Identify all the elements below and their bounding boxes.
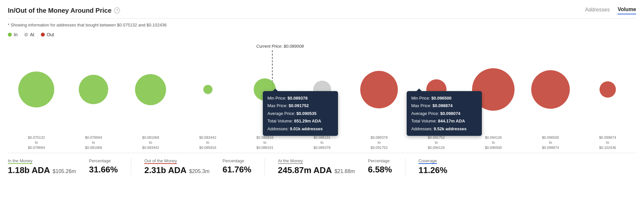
x-axis: $0.075132to$0.078694$0.078694to$0.081068… <box>8 135 636 150</box>
legend-label-in: In <box>14 32 18 37</box>
x-label-0: $0.075132to$0.078694 <box>8 135 65 150</box>
summary-cov: Coverage 11.26% <box>418 158 460 175</box>
tooltip-1: Min Price: $0.089378 Max Price: $0.09175… <box>263 91 338 136</box>
tt2-addr-label: Addresses: <box>411 126 432 131</box>
tt2-addr-value: 9.52k addresses <box>434 126 466 131</box>
summary-in-value: 1.18b ADA $105.26m <box>8 165 76 175</box>
bubble-cell-1 <box>65 57 122 122</box>
summary-at-pct: Percentage 6.58% <box>368 158 405 175</box>
tab-addresses[interactable]: Addresses <box>585 7 610 14</box>
summary-at: At the Money 245.87m ADA $21.88m <box>278 158 368 175</box>
x-label-9: $0.096500to$0.098874 <box>522 135 579 150</box>
tooltip-2: Min Price: $0.096500 Max Price: $0.09887… <box>407 91 482 136</box>
summary-out-pct: Percentage 61.76% <box>223 158 264 175</box>
bubble-2[interactable] <box>135 74 166 105</box>
help-icon[interactable]: ? <box>114 8 120 13</box>
legend-out: Out <box>41 32 54 37</box>
bubble-cell-2 <box>122 57 179 122</box>
summary-out-pct-value: 61.76% <box>223 165 251 175</box>
summary-row: In the Money 1.18b ADA $105.26m Percenta… <box>8 153 636 175</box>
chart-area: Current Price: $0.089008 Min Price: $0.0… <box>8 40 636 132</box>
bubble-cell-6 <box>350 57 408 122</box>
summary-out-value: 2.31b ADA $205.3m <box>144 165 209 175</box>
subtitle: * Showing information for addresses that… <box>8 23 636 27</box>
x-label-8: $0.094126to$0.096500 <box>465 135 522 150</box>
tt1-min-value: $0.089378 <box>287 96 307 101</box>
summary-cov-value: 11.26% <box>418 165 447 175</box>
tt1-addr-value: 9.01k addresses <box>290 126 323 131</box>
tt1-max-label: Max Price: <box>267 103 287 108</box>
summary-at-pct-label: Percentage <box>368 158 392 163</box>
bubble-6[interactable] <box>360 71 398 108</box>
summary-out-label: Out of the Money <box>144 158 209 164</box>
x-label-7: $0.091752to$0.094126 <box>408 135 465 150</box>
tt2-max-label: Max Price: <box>411 103 431 108</box>
bubble-3[interactable] <box>203 85 212 94</box>
tab-volume[interactable]: Volume <box>618 7 636 14</box>
bubble-cell-0 <box>8 57 65 122</box>
summary-at-value: 245.87m ADA $21.88m <box>278 165 355 175</box>
tt2-vol-label: Total Volume: <box>411 119 437 123</box>
x-label-4: $0.085816to$0.088191 <box>236 135 294 150</box>
bubble-cell-3 <box>179 57 236 122</box>
summary-at-label: At the Money <box>278 158 355 164</box>
tt2-avg-label: Average Price: <box>411 111 439 116</box>
x-label-10: $0.098874to$0.102436 <box>579 135 636 150</box>
summary-out-pct-label: Percentage <box>223 158 251 163</box>
legend-dot-at <box>24 33 28 37</box>
summary-cov-label: Coverage <box>418 158 447 164</box>
header-tabs: Addresses Volume <box>585 7 636 14</box>
legend-dot-out <box>41 33 45 37</box>
bubble-10[interactable] <box>600 81 616 98</box>
divider-2 <box>264 158 265 175</box>
bubble-9[interactable] <box>531 70 570 109</box>
legend-at: At <box>24 32 34 37</box>
tt2-min-value: $0.096500 <box>431 96 451 101</box>
page-title: In/Out of the Money Around Price <box>8 7 111 14</box>
summary-out: Out of the Money 2.31b ADA $205.3m <box>144 158 222 175</box>
divider-1 <box>131 158 131 175</box>
bubble-cell-10 <box>579 57 636 122</box>
tt1-vol-value: 651.29m ADA <box>294 119 321 123</box>
tt1-vol-label: Total Volume: <box>267 119 293 123</box>
legend-label-out: Out <box>47 32 54 37</box>
summary-in-pct-value: 31.66% <box>89 165 118 175</box>
legend-label-at: At <box>30 32 34 37</box>
bubble-cell-9 <box>522 57 579 122</box>
legend: In At Out <box>8 32 636 37</box>
tt1-addr-label: Addresses: <box>267 126 289 131</box>
x-label-3: $0.083442to$0.085816 <box>179 135 236 150</box>
summary-at-pct-value: 6.58% <box>368 165 392 175</box>
bubble-1[interactable] <box>79 75 108 104</box>
x-label-5: $0.088191to$0.089378 <box>294 135 351 150</box>
x-label-6: $0.089378to$0.091752 <box>350 135 408 150</box>
tt2-min-label: Min Price: <box>411 96 430 101</box>
tt1-min-label: Min Price: <box>267 96 286 101</box>
tt1-avg-label: Average Price: <box>267 111 295 116</box>
bubble-0[interactable] <box>18 72 54 107</box>
tt2-max-value: $0.098874 <box>432 103 452 108</box>
page-header: In/Out of the Money Around Price ? Addre… <box>8 7 636 19</box>
header-left: In/Out of the Money Around Price ? <box>8 7 120 14</box>
tt2-avg-value: $0.098074 <box>440 111 460 116</box>
legend-in: In <box>8 32 18 37</box>
tt1-avg-value: $0.090535 <box>297 111 316 116</box>
summary-in-pct-label: Percentage <box>89 158 118 163</box>
legend-dot-in <box>8 33 12 37</box>
tt1-max-value: $0.091752 <box>289 103 309 108</box>
divider-3 <box>405 158 405 175</box>
summary-in-pct: Percentage 31.66% <box>89 158 131 175</box>
summary-in-label: In the Money <box>8 158 76 164</box>
summary-in: In the Money 1.18b ADA $105.26m <box>8 158 89 175</box>
x-label-2: $0.081068to$0.083442 <box>122 135 179 150</box>
x-label-1: $0.078694to$0.081068 <box>65 135 122 150</box>
current-price-label: Current Price: $0.089008 <box>256 44 304 49</box>
tt2-vol-value: 844.17m ADA <box>438 119 465 123</box>
